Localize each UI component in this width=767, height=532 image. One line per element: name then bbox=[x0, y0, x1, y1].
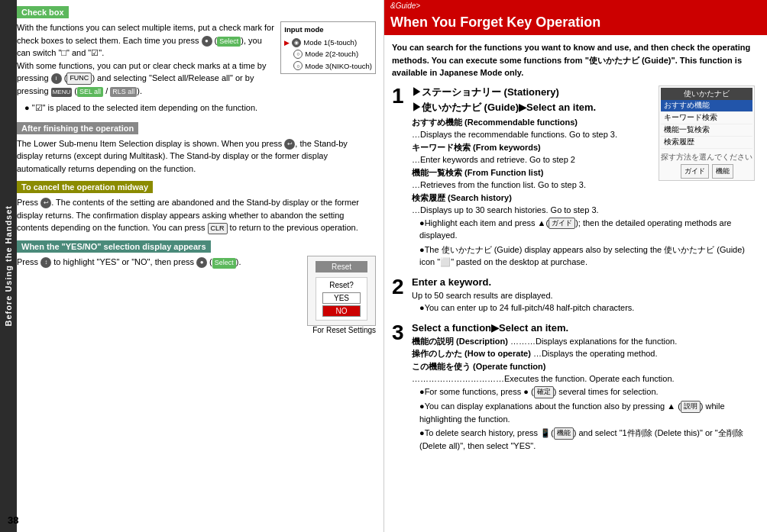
cancel-midway-title: To cancel the operation midway bbox=[17, 181, 153, 193]
func-key2: 機能 bbox=[554, 427, 574, 440]
mode-label-3: Mode 3(NIKO-touch) bbox=[305, 60, 372, 72]
step-3: 3 Select a function▶Select an item. 機能の説… bbox=[392, 322, 759, 454]
detail-keyword-text: …Enter keywords and retrieve. Go to step… bbox=[412, 155, 575, 164]
check-box-header: Check box bbox=[17, 6, 376, 21]
func-key-icon: i bbox=[51, 73, 62, 84]
yes-button: YES bbox=[322, 292, 361, 304]
mode-line-1: ▶ ◉ Mode 1(5-touch) bbox=[284, 37, 372, 48]
step-1-number: 1 bbox=[392, 85, 407, 270]
guide-title-bar: When You Forget Key Operation bbox=[384, 11, 767, 35]
step3-bullet-2: ●You can display explanations about the … bbox=[412, 400, 759, 425]
right-panel: &Guide> When You Forget Key Operation Yo… bbox=[384, 0, 767, 532]
step-1-menu: 使いかたナビ おすすめ機能 キーワード検索 機能一覧検索 検索履歴 探す方法を選… bbox=[659, 85, 755, 181]
detail-history-bold: 検索履歴 (Search history) bbox=[412, 193, 512, 202]
func-label: FUNC bbox=[66, 73, 92, 85]
page-number: 38 bbox=[8, 514, 18, 526]
after-finishing-header: After finishing the operation bbox=[17, 122, 376, 137]
mode-label-2: Mode 2(2-touch) bbox=[305, 48, 358, 60]
yes-no-title: When the "YES/NO" selection display appe… bbox=[17, 240, 211, 253]
check-box-section: Check box Input mode ▶ ◉ Mode 1(5-touch)… bbox=[17, 6, 376, 116]
step-2: 2 Enter a keyword. Up to 50 search resul… bbox=[392, 276, 759, 316]
sidebar-label-text: Before Using the Handset bbox=[4, 205, 13, 326]
step3-bullet-3: ●To delete search history, press 📱(機能) a… bbox=[412, 427, 759, 452]
after-finishing-title: After finishing the operation bbox=[17, 122, 138, 134]
guide-label: &Guide> bbox=[390, 2, 420, 10]
no-button: NO bbox=[322, 305, 361, 317]
step2-bullet-1: ●You can enter up to 24 full-pitch/48 ha… bbox=[412, 301, 759, 314]
operate-bold: この機能を使う (Operate function) bbox=[412, 362, 545, 371]
step-2-title: Enter a keyword. bbox=[412, 276, 759, 288]
intro-text: You can search for the functions you wan… bbox=[392, 41, 759, 79]
yes-no-box: YES NO bbox=[322, 292, 361, 317]
mode-icon-3: ○ bbox=[293, 61, 303, 70]
select-key2: ● bbox=[196, 257, 207, 268]
reset-title: Reset bbox=[316, 261, 367, 272]
detail-history-text: …Displays up to 30 search histories. Go … bbox=[412, 205, 599, 214]
cancel-midway-para: Press ↩. The contents of the setting are… bbox=[17, 196, 376, 234]
select-label: Select bbox=[217, 37, 241, 47]
check-box-bullet: ● "☑" is placed to the selected item dep… bbox=[17, 102, 376, 114]
yes-no-header: When the "YES/NO" selection display appe… bbox=[17, 240, 376, 256]
menu-item-1: おすすめ機能 bbox=[661, 100, 752, 112]
mode-label-1: Mode 1(5-touch) bbox=[303, 37, 357, 48]
step1-bullet-2: ●The 使いかたナビ (Guide) display appears also… bbox=[412, 243, 755, 269]
input-mode-title: Input mode bbox=[284, 24, 372, 35]
confirm-key: 確定 bbox=[534, 386, 554, 398]
left-panel: Before Using the Handset Check box Input… bbox=[0, 0, 384, 532]
step-3-details: 機能の説明 (Description) ………Displays explanat… bbox=[412, 335, 759, 453]
menu-footer: 探す方法を選んでください bbox=[661, 152, 752, 163]
step-3-content: Select a function▶Select an item. 機能の説明 … bbox=[412, 322, 759, 454]
menu-bottom-icons: ガイド 機能 bbox=[661, 164, 752, 179]
step-3-number: 3 bbox=[392, 322, 407, 454]
menu-item-2: キーワード検索 bbox=[661, 112, 752, 124]
sidebar-label: Before Using the Handset bbox=[0, 0, 17, 532]
step-3-title: Select a function▶Select an item. bbox=[412, 322, 759, 334]
back-key-icon: ↩ bbox=[284, 139, 295, 150]
cancel-key-icon: ↩ bbox=[40, 198, 51, 208]
step-1: 1 使いかたナビ おすすめ機能 キーワード検索 機能一覧検索 検索履歴 探す方法… bbox=[392, 85, 759, 270]
select-key-icon: ● bbox=[202, 36, 212, 47]
cancel-midway-section: To cancel the operation midway Press ↩. … bbox=[17, 181, 376, 234]
rls-all-label: RLS all bbox=[110, 87, 137, 98]
menu-icon: MENU bbox=[51, 88, 73, 97]
icon-box-2: 機能 bbox=[712, 164, 733, 179]
mode-icon-2: ○ bbox=[293, 50, 303, 59]
menu-box-title: 使いかたナビ bbox=[661, 88, 752, 100]
menu-box: 使いかたナビ おすすめ機能 キーワード検索 機能一覧検索 検索履歴 探す方法を選… bbox=[659, 85, 755, 181]
reset-question: Reset? bbox=[322, 281, 361, 289]
step-2-details: Up to 50 search results are displayed. ●… bbox=[412, 289, 759, 314]
desc-key: 説明 bbox=[681, 401, 701, 413]
menu-item-4: 検索履歴 bbox=[661, 137, 752, 149]
mode-line-3: ○ Mode 3(NIKO-touch) bbox=[284, 60, 372, 72]
guide-header-bar: &Guide> bbox=[384, 0, 767, 11]
after-finishing-section: After finishing the operation The Lower … bbox=[17, 122, 376, 176]
menu-item-3: 機能一覧検索 bbox=[661, 124, 752, 137]
desc-bold: 機能の説明 (Description) bbox=[412, 337, 508, 346]
detail-funclist-bold: 機能一覧検索 (From Function list) bbox=[412, 168, 543, 177]
desc-text: ………Displays explanations for the functio… bbox=[510, 337, 677, 346]
step1-bullet-1: ●Highlight each item and press ▲(ガイド); t… bbox=[412, 217, 755, 242]
icon-box-1: ガイド bbox=[681, 164, 709, 179]
select-label2: Select bbox=[212, 258, 236, 269]
clr-key: CLR bbox=[208, 223, 228, 235]
reset-caption: For Reset Settings bbox=[17, 326, 376, 334]
input-mode-box: Input mode ▶ ◉ Mode 1(5-touch) ○ Mode 2(… bbox=[280, 21, 376, 74]
cancel-midway-header: To cancel the operation midway bbox=[17, 181, 376, 196]
detail-funclist-text: …Retrieves from the function list. Go to… bbox=[412, 180, 586, 189]
reset-body: Reset? YES NO bbox=[316, 277, 367, 321]
detail-recfunc-text: …Displays the recommendable functions. G… bbox=[412, 130, 617, 139]
yes-no-section: When the "YES/NO" selection display appe… bbox=[17, 240, 376, 334]
updown-key: ↕ bbox=[40, 257, 51, 268]
step-1-content: 使いかたナビ おすすめ機能 キーワード検索 機能一覧検索 検索履歴 探す方法を選… bbox=[412, 85, 755, 270]
mode-icon-1: ◉ bbox=[292, 38, 301, 47]
guide-key: ガイド bbox=[549, 218, 575, 230]
guide-title: When You Forget Key Operation bbox=[390, 15, 600, 30]
detail-keyword-bold: キーワード検索 (From keywords) bbox=[412, 143, 541, 152]
reset-image: Reset Reset? YES NO bbox=[307, 256, 376, 326]
mode-arrow-1: ▶ bbox=[284, 37, 290, 48]
step3-bullet-1: ●For some functions, press ● (確定) severa… bbox=[412, 385, 759, 398]
left-content: Check box Input mode ▶ ◉ Mode 1(5-touch)… bbox=[0, 0, 384, 532]
step-2-content: Enter a keyword. Up to 50 search results… bbox=[412, 276, 759, 316]
step-2-number: 2 bbox=[392, 276, 407, 316]
mode-line-2: ○ Mode 2(2-touch) bbox=[284, 48, 372, 60]
